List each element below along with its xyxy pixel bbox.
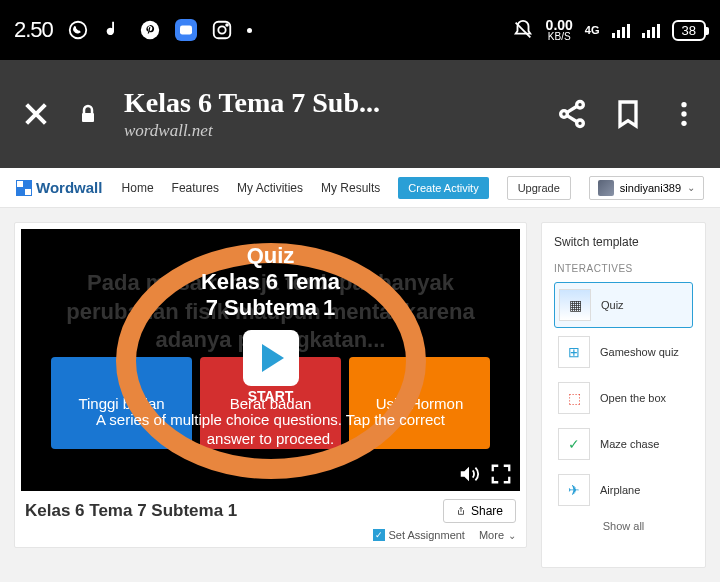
site-nav: Wordwall Home Features My Activities My … xyxy=(0,168,720,208)
show-all-button[interactable]: Show all xyxy=(554,520,693,532)
svg-point-1 xyxy=(141,21,159,39)
wordwall-logo[interactable]: Wordwall xyxy=(16,179,102,196)
svg-point-4 xyxy=(218,26,225,33)
network-type: 4G xyxy=(585,24,600,36)
template-openbox[interactable]: ⬚Open the box xyxy=(554,376,693,420)
bookmark-button[interactable] xyxy=(612,98,644,130)
interactives-label: INTERACTIVES xyxy=(554,263,693,274)
logo-icon xyxy=(16,180,32,196)
chevron-down-icon: ⌄ xyxy=(508,530,516,541)
start-button[interactable]: START xyxy=(243,330,299,404)
lock-icon xyxy=(76,102,100,126)
fullscreen-button[interactable] xyxy=(490,463,512,485)
template-gameshow[interactable]: ⊞Gameshow quiz xyxy=(554,330,693,374)
chevron-down-icon: ⌄ xyxy=(687,182,695,193)
activity-card: Pada masa remaja terdapat banyak perubah… xyxy=(14,222,527,548)
user-menu[interactable]: sindiyani389⌄ xyxy=(589,176,704,200)
quiz-label: Quiz xyxy=(247,243,295,269)
menu-button[interactable] xyxy=(668,98,700,130)
nav-home[interactable]: Home xyxy=(122,181,154,195)
page-content: Wordwall Home Features My Activities My … xyxy=(0,168,720,582)
start-overlay: Quiz Kelas 6 Tema7 Subtema 1 START A ser… xyxy=(21,229,520,491)
page-host: wordwall.net xyxy=(124,121,532,141)
play-icon xyxy=(243,330,299,386)
activity-title-overlay: Kelas 6 Tema7 Subtema 1 xyxy=(201,269,340,322)
svg-rect-2 xyxy=(180,26,192,35)
more-menu[interactable]: More⌄ xyxy=(479,529,516,541)
gameshow-template-icon: ⊞ xyxy=(558,336,590,368)
game-preview[interactable]: Pada masa remaja terdapat banyak perubah… xyxy=(21,229,520,491)
template-sidebar: Switch template INTERACTIVES ▦Quiz ⊞Game… xyxy=(541,222,706,568)
quiz-template-icon: ▦ xyxy=(559,289,591,321)
share-activity-button[interactable]: Share xyxy=(443,499,516,523)
nav-my-activities[interactable]: My Activities xyxy=(237,181,303,195)
svg-rect-6 xyxy=(82,113,94,122)
upgrade-button[interactable]: Upgrade xyxy=(507,176,571,200)
more-notifications-dot xyxy=(247,28,252,33)
instagram-icon xyxy=(211,19,233,41)
android-statusbar: 2.50 0.00KB/S 4G 38 xyxy=(0,0,720,60)
close-tab-button[interactable] xyxy=(20,98,52,130)
switch-template-label: Switch template xyxy=(554,235,693,249)
svg-point-11 xyxy=(681,111,686,116)
template-airplane[interactable]: ✈Airplane xyxy=(554,468,693,512)
activity-title: Kelas 6 Tema 7 Subtema 1 xyxy=(25,501,237,521)
page-title-area[interactable]: Kelas 6 Tema 7 Sub... wordwall.net xyxy=(124,87,532,141)
set-assignment-checkbox[interactable]: ✓Set Assignment xyxy=(373,529,465,541)
nav-my-results[interactable]: My Results xyxy=(321,181,380,195)
nav-features[interactable]: Features xyxy=(172,181,219,195)
share-button[interactable] xyxy=(556,98,588,130)
quiz-description: A series of multiple choice questions. T… xyxy=(21,410,520,449)
battery-indicator: 38 xyxy=(672,20,706,41)
svg-point-0 xyxy=(70,22,87,39)
messages-icon xyxy=(175,19,197,41)
sound-button[interactable] xyxy=(458,463,480,485)
status-time: 2.50 xyxy=(14,17,53,43)
dnd-icon xyxy=(512,19,534,41)
page-title: Kelas 6 Tema 7 Sub... xyxy=(124,87,532,119)
whatsapp-icon xyxy=(67,19,89,41)
maze-template-icon: ✓ xyxy=(558,428,590,460)
svg-point-12 xyxy=(681,121,686,126)
svg-point-5 xyxy=(226,24,228,26)
pinterest-icon xyxy=(139,19,161,41)
music-icon xyxy=(103,19,125,41)
template-maze[interactable]: ✓Maze chase xyxy=(554,422,693,466)
openbox-template-icon: ⬚ xyxy=(558,382,590,414)
create-activity-button[interactable]: Create Activity xyxy=(398,177,488,199)
airplane-template-icon: ✈ xyxy=(558,474,590,506)
wifi-bars-icon xyxy=(642,22,660,38)
data-speed: 0.00KB/S xyxy=(546,18,573,42)
template-quiz[interactable]: ▦Quiz xyxy=(554,282,693,328)
svg-point-10 xyxy=(681,102,686,107)
check-icon: ✓ xyxy=(373,529,385,541)
user-avatar xyxy=(598,180,614,196)
signal-bars-icon xyxy=(612,22,630,38)
browser-toolbar: Kelas 6 Tema 7 Sub... wordwall.net xyxy=(0,60,720,168)
